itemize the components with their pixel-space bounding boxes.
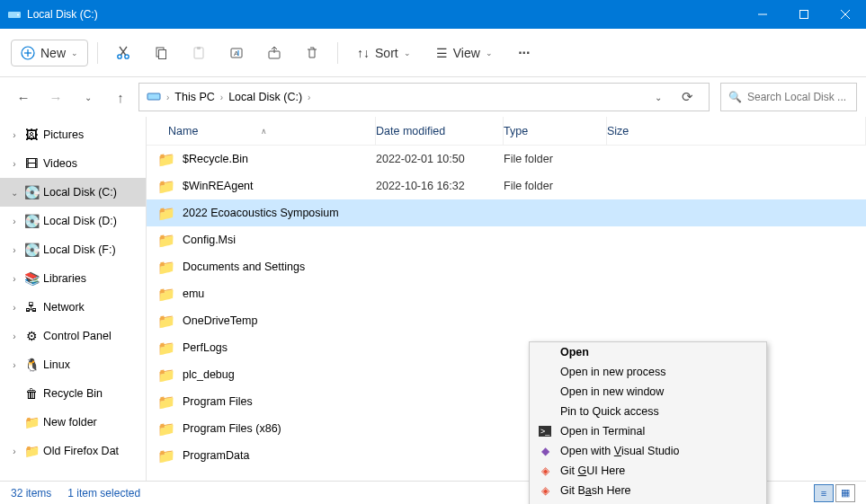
ctx-open-powershell-window[interactable]: Open PowerShell window here (530, 500, 766, 504)
drive-icon (147, 89, 161, 106)
ctx-pin-quick-access[interactable]: Pin to Quick access (530, 402, 766, 421)
paste-button[interactable] (183, 37, 215, 69)
sort-button[interactable]: ↑↓ Sort ⌄ (347, 40, 421, 66)
address-bar[interactable]: › This PC › Local Disk (C:) › ⌄ ⟳ (138, 83, 710, 111)
maximize-button[interactable] (783, 0, 825, 29)
folder-icon: 📁 (157, 205, 175, 222)
expand-icon[interactable]: › (9, 159, 20, 169)
expand-icon[interactable]: › (9, 303, 20, 313)
folder-icon: 📁 (157, 447, 175, 464)
svg-text:>_: >_ (540, 427, 550, 436)
chevron-down-icon: ⌄ (71, 49, 78, 57)
titlebar: Local Disk (C:) (0, 0, 866, 29)
expand-icon[interactable]: › (9, 447, 20, 456)
tree-item[interactable]: ›🎞Videos (0, 149, 146, 178)
breadcrumb-this-pc[interactable]: This PC (174, 91, 214, 103)
close-button[interactable] (825, 0, 866, 29)
ctx-git-gui[interactable]: ◈Git GUI Here (530, 461, 766, 481)
col-size[interactable]: Size (607, 117, 866, 145)
file-row[interactable]: 📁Config.Msi (147, 226, 866, 253)
view-label: View (453, 46, 480, 60)
rename-button[interactable]: A (220, 37, 253, 69)
expand-icon[interactable]: ⌄ (9, 188, 20, 198)
expand-icon[interactable]: › (9, 332, 20, 341)
details-view-toggle[interactable]: ≡ (814, 484, 834, 502)
folder-icon: 📁 (157, 313, 175, 330)
recent-dropdown[interactable]: ⌄ (74, 83, 103, 111)
expand-icon[interactable]: › (9, 274, 20, 284)
copy-button[interactable] (145, 37, 177, 69)
tree-item[interactable]: ›⚙Control Panel (0, 322, 146, 350)
file-date: 2022-10-16 16:32 (376, 180, 504, 192)
col-name[interactable]: Name∧ (147, 117, 376, 145)
tree-icon: 📚 (23, 270, 40, 287)
tree-item[interactable]: ›🐧Linux (0, 350, 146, 379)
address-dropdown[interactable]: ⌄ (644, 83, 673, 111)
new-button[interactable]: New ⌄ (11, 40, 88, 66)
expand-icon[interactable]: › (9, 130, 20, 140)
tree-item[interactable]: ›📁Old Firefox Dat (0, 437, 146, 465)
tree-item[interactable]: 📁New folder (0, 408, 146, 437)
ctx-git-bash[interactable]: ◈Git Bash Here (530, 481, 766, 500)
context-menu: Open Open in new process Open in new win… (529, 341, 767, 504)
chevron-right-icon: › (308, 93, 310, 102)
refresh-button[interactable]: ⟳ (673, 83, 701, 111)
file-name: Program Files (x86) (183, 422, 281, 435)
file-list: Name∧ Date modified Type Size 📁$Recycle.… (147, 117, 866, 481)
col-date[interactable]: Date modified (376, 117, 504, 145)
ctx-open-visual-studio[interactable]: ◆Open with Visual Studio (530, 441, 766, 461)
file-row[interactable]: 📁OneDriveTemp (147, 307, 866, 334)
ctx-open-new-process[interactable]: Open in new process (530, 362, 766, 382)
tree-icon: 💽 (23, 184, 40, 200)
search-box[interactable]: 🔍 (720, 83, 857, 111)
svg-point-1 (17, 14, 19, 16)
file-name: Config.Msi (183, 234, 236, 246)
tree-label: Local Disk (F:) (43, 243, 116, 256)
thumbnails-view-toggle[interactable]: ▦ (835, 484, 855, 502)
up-button[interactable]: ↑ (106, 83, 135, 111)
nav-tree[interactable]: ›🖼Pictures›🎞Videos⌄💽Local Disk (C:)›💽Loc… (0, 117, 147, 481)
forward-button[interactable]: → (41, 83, 70, 111)
minimize-button[interactable] (742, 0, 783, 29)
view-button[interactable]: ☰ View ⌄ (426, 40, 503, 66)
tree-icon: 📁 (23, 443, 40, 459)
tree-label: Local Disk (D:) (43, 215, 117, 227)
toolbar: New ⌄ A ↑↓ Sort ⌄ ☰ View ⌄ ··· (0, 29, 866, 77)
tree-item[interactable]: ›💽Local Disk (D:) (0, 207, 146, 235)
tree-item[interactable]: ›🖧Network (0, 293, 146, 322)
ctx-open[interactable]: Open (530, 342, 766, 362)
breadcrumb-drive[interactable]: Local Disk (C:) (228, 91, 302, 103)
tree-label: New folder (43, 416, 97, 429)
status-selection: 1 item selected (67, 487, 140, 500)
expand-icon[interactable]: › (9, 245, 20, 255)
expand-icon[interactable]: › (9, 217, 20, 226)
col-type[interactable]: Type (504, 117, 607, 145)
sort-asc-icon: ∧ (261, 127, 267, 136)
cut-button[interactable] (107, 37, 139, 69)
file-name: Documents and Settings (183, 261, 305, 273)
ctx-open-terminal[interactable]: >_Open in Terminal (530, 421, 766, 441)
svg-rect-16 (197, 47, 201, 49)
tree-icon: 📁 (23, 414, 40, 430)
tree-item[interactable]: 🗑Recycle Bin (0, 379, 146, 408)
file-row[interactable]: 📁emu (147, 280, 866, 307)
tree-item[interactable]: ›💽Local Disk (F:) (0, 235, 146, 264)
delete-button[interactable] (296, 37, 328, 69)
tree-item[interactable]: ⌄💽Local Disk (C:) (0, 178, 146, 207)
chevron-right-icon: › (166, 93, 169, 102)
ctx-open-new-window[interactable]: Open in new window (530, 382, 766, 402)
file-row[interactable]: 📁$Recycle.Bin2022-02-01 10:50File folder (147, 146, 866, 172)
file-row[interactable]: 📁$WinREAgent2022-10-16 16:32File folder (147, 172, 866, 199)
search-input[interactable] (747, 91, 849, 103)
tree-item[interactable]: ›🖼Pictures (0, 120, 146, 149)
file-name: Program Files (183, 395, 253, 408)
back-button[interactable]: ← (9, 83, 38, 111)
file-row[interactable]: 📁Documents and Settings (147, 253, 866, 280)
tree-item[interactable]: ›📚Libraries (0, 264, 146, 293)
expand-icon[interactable]: › (9, 360, 20, 370)
column-headers: Name∧ Date modified Type Size (147, 117, 866, 146)
file-row[interactable]: 📁2022 Ecoacoustics Symposium (147, 199, 866, 226)
git-icon: ◈ (537, 483, 553, 498)
share-button[interactable] (258, 37, 290, 69)
more-button[interactable]: ··· (508, 37, 540, 69)
